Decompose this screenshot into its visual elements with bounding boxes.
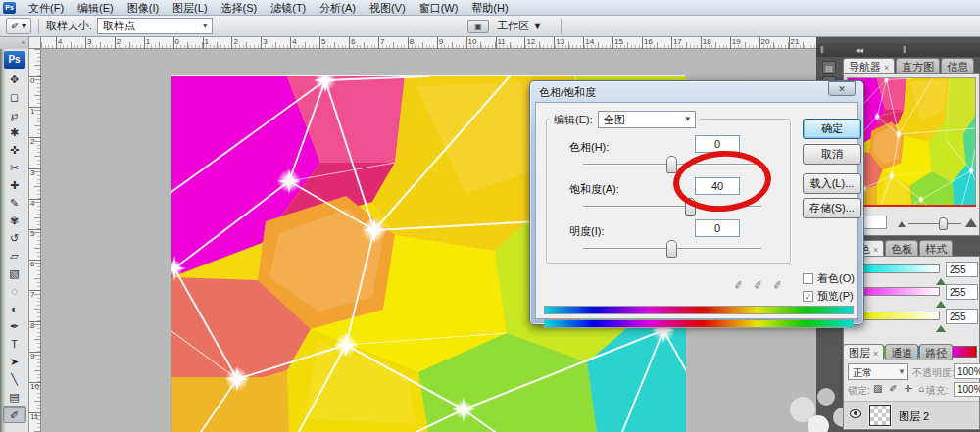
- magic-wand-tool[interactable]: ✱: [3, 123, 26, 141]
- menu-S[interactable]: 选择(S): [215, 0, 265, 16]
- pen-tool[interactable]: ✒: [3, 317, 26, 335]
- ruler-number: 4: [29, 199, 41, 208]
- navigator-preview[interactable]: [847, 77, 976, 207]
- workspace-button[interactable]: 工作区 ▼: [497, 19, 543, 33]
- save-button[interactable]: 存储(S)...: [803, 198, 861, 218]
- tab-layers[interactable]: 图层×: [843, 344, 884, 360]
- edit-target-select[interactable]: 全图 ▼: [598, 111, 696, 128]
- zoom-in-icon[interactable]: [965, 218, 977, 227]
- colorize-checkbox[interactable]: [803, 273, 813, 284]
- menu-E[interactable]: 编辑(E): [71, 0, 121, 16]
- menu-H[interactable]: 帮助(H): [465, 0, 514, 16]
- ruler-number: 0: [173, 37, 179, 49]
- notes-tool[interactable]: ▤: [3, 388, 26, 406]
- tab-styles[interactable]: 样式: [919, 240, 953, 256]
- blend-mode-value: 正常: [853, 366, 872, 380]
- lightness-slider-thumb[interactable]: [666, 240, 677, 258]
- red-slider[interactable]: [861, 264, 940, 273]
- layer-row[interactable]: 图层 2: [844, 401, 979, 428]
- cancel-button[interactable]: 取消: [803, 144, 861, 165]
- edit-label: 编辑(E):: [554, 113, 593, 127]
- visibility-eye-icon[interactable]: [850, 409, 861, 418]
- history-brush-tool[interactable]: ↺: [3, 229, 26, 247]
- opacity-input[interactable]: 100%: [954, 363, 980, 379]
- palette-collapse-button[interactable]: »: [0, 37, 28, 49]
- type-tool[interactable]: T: [3, 335, 26, 353]
- menu-V[interactable]: 视图(V): [363, 0, 413, 16]
- ruler-number: 12: [524, 37, 535, 49]
- lock-icons[interactable]: ▨ ✐ ✛ ⌂: [873, 383, 927, 394]
- menu-A[interactable]: 分析(A): [313, 0, 363, 16]
- layer-thumbnail[interactable]: [869, 405, 891, 426]
- load-button[interactable]: 载入(L)...: [803, 173, 861, 194]
- blue-value-input[interactable]: 255: [946, 309, 978, 324]
- marquee-tool[interactable]: ◻: [3, 88, 26, 106]
- lightness-slider[interactable]: [583, 248, 761, 250]
- tab-histogram[interactable]: 直方图: [896, 58, 940, 73]
- tab-paths[interactable]: 路径: [919, 344, 953, 360]
- navigator-zoom-thumb[interactable]: [939, 217, 948, 230]
- eraser-tool[interactable]: ▱: [3, 247, 26, 264]
- gradient-tool[interactable]: ▧: [3, 264, 26, 282]
- crop-tool[interactable]: ✜: [3, 141, 26, 159]
- vertical-ruler: 01234567891011: [29, 49, 41, 432]
- eyedropper-subtract-icon[interactable]: ✐: [772, 278, 783, 292]
- ruler-number: 19: [730, 37, 741, 49]
- collapse-dock-button[interactable]: ◂◂: [856, 43, 862, 57]
- dodge-tool[interactable]: ◐: [3, 300, 26, 317]
- app-logo-icon: Ps: [3, 2, 16, 14]
- ruler-number: 10: [29, 382, 41, 391]
- line-tool[interactable]: ╲: [3, 370, 26, 388]
- blur-tool[interactable]: ◌: [3, 282, 26, 300]
- close-icon: ✕: [838, 84, 846, 94]
- dialog-close-button[interactable]: ✕: [828, 81, 856, 96]
- blend-mode-select[interactable]: 正常 ▼: [848, 363, 908, 380]
- collapsed-panel-button[interactable]: ▤: [822, 61, 836, 74]
- tab-channels[interactable]: 通道: [885, 344, 918, 360]
- eyedropper-sample-icon[interactable]: ✐: [733, 278, 744, 292]
- tab-navigator[interactable]: 导航器×: [843, 58, 895, 73]
- ruler-number: 7: [378, 37, 384, 49]
- zoom-out-icon[interactable]: [898, 221, 906, 227]
- clone-stamp-tool[interactable]: ✾: [3, 212, 26, 229]
- slice-tool[interactable]: ✂: [3, 159, 26, 176]
- move-tool[interactable]: ✥: [3, 71, 26, 88]
- lasso-tool[interactable]: ℘: [3, 106, 26, 123]
- blue-slider-thumb[interactable]: [936, 320, 946, 332]
- menu-F[interactable]: 文件(F): [22, 0, 71, 16]
- sample-size-select[interactable]: 取样点 ▼: [97, 18, 213, 34]
- menu-L[interactable]: 图层(L): [166, 0, 214, 16]
- tab-swatches[interactable]: 色板: [885, 240, 918, 256]
- lightness-input[interactable]: 0: [695, 219, 740, 237]
- blue-slider[interactable]: [861, 312, 940, 320]
- eyedropper-tool[interactable]: ✐: [3, 406, 26, 423]
- preview-row: ✓ 预览(P): [803, 289, 854, 304]
- brush-tool[interactable]: ✎: [3, 194, 26, 212]
- preview-checkbox[interactable]: ✓: [803, 291, 813, 302]
- green-slider[interactable]: [861, 287, 940, 296]
- ruler-number: 1: [144, 37, 150, 49]
- tab-info[interactable]: 信息: [941, 58, 974, 73]
- red-value-input[interactable]: 255: [946, 262, 978, 277]
- background-circle: [808, 415, 829, 432]
- fill-input[interactable]: 100%: [954, 382, 980, 397]
- ruler-number: 0: [29, 76, 41, 85]
- ruler-number: 3: [85, 37, 91, 49]
- navigator-zoom-slider[interactable]: [908, 223, 961, 224]
- chevron-down-icon: ▼: [684, 115, 692, 123]
- eyedropper-add-icon[interactable]: ✐: [753, 278, 763, 292]
- path-select-tool[interactable]: ➤: [3, 353, 26, 370]
- close-icon[interactable]: ×: [873, 349, 878, 359]
- green-value-input[interactable]: 255: [946, 284, 978, 300]
- healing-brush-tool[interactable]: ✚: [3, 176, 26, 194]
- tool-preset-button[interactable]: ✐ ▾: [6, 18, 31, 34]
- navigator-proxy-border: [847, 205, 976, 207]
- ok-button[interactable]: 确定: [803, 119, 861, 139]
- menu-W[interactable]: 窗口(W): [413, 0, 466, 16]
- close-icon[interactable]: ×: [884, 63, 889, 72]
- close-icon[interactable]: ×: [873, 245, 878, 255]
- menu-I[interactable]: 图像(I): [121, 0, 166, 16]
- menu-T[interactable]: 滤镜(T): [264, 0, 313, 16]
- edit-target-value: 全图: [604, 113, 625, 127]
- hue-slider-thumb[interactable]: [666, 156, 677, 173]
